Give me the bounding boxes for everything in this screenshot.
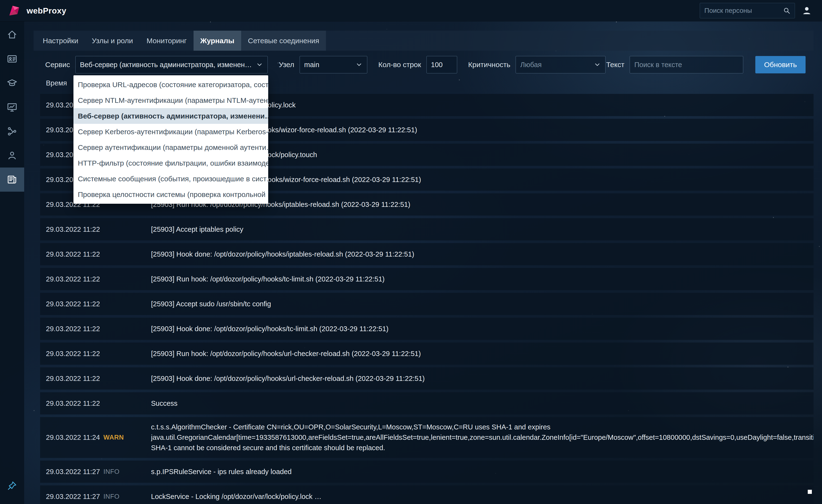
service-dropdown-item[interactable]: Системные сообщения (события, произошедш… — [73, 171, 268, 187]
person-search[interactable] — [700, 3, 795, 18]
sidebar-item-home[interactable] — [0, 23, 24, 47]
row-time: 29.03.2022 11:22 — [40, 350, 103, 358]
tab-network-connections[interactable]: Сетевые соединения — [241, 31, 326, 51]
node-select-value: main — [304, 61, 319, 69]
sidebar-item-analysis[interactable] — [0, 119, 24, 143]
row-time: 29.03.2022 11:22 — [40, 399, 103, 407]
row-time: 29.03.2022 11:22 — [40, 300, 103, 308]
row-time: 29.03.2022 11:22 — [40, 375, 103, 383]
row-message: [25903] Accept sudo /usr/sbin/tc config — [151, 300, 814, 308]
table-row: 29.03.2022 11:22 [25903] Hook done: /opt… — [40, 318, 814, 340]
service-dropdown-item[interactable]: Сервер аутентификации (параметры доменно… — [73, 140, 268, 155]
row-message: c.t.s.s.AlgorithmChecker - Certificate C… — [151, 422, 814, 453]
row-message: Success — [151, 399, 814, 407]
service-dropdown: Проверка URL-адресов (состояние категори… — [73, 75, 268, 204]
row-time: 29.03.2022 11:22 — [40, 225, 103, 233]
table-row: 29.03.2022 11:22 [25903] Run hook: /opt/… — [40, 268, 814, 290]
row-severity: INFO — [103, 493, 151, 500]
row-severity: WARN — [103, 434, 151, 441]
table-row: 29.03.2022 11:27 INFO s.p.IPSRuleService… — [40, 461, 814, 483]
home-icon — [7, 29, 18, 40]
node-select[interactable]: main — [300, 56, 367, 73]
row-time: 29.03.2022 11:22 — [40, 325, 103, 333]
row-time: 29.03.2022 11:22 — [40, 275, 103, 283]
tab-nodes-roles[interactable]: Узлы и роли — [85, 31, 140, 51]
severity-select-value: Любая — [520, 61, 542, 69]
contacts-card-icon — [7, 53, 18, 64]
sidebar-item-persons[interactable] — [0, 143, 24, 168]
service-select[interactable]: Веб-сервер (активность администратора, и… — [75, 56, 268, 73]
user-icon — [801, 5, 812, 16]
sidebar-item-contacts[interactable] — [0, 47, 24, 71]
person-icon — [7, 150, 18, 161]
node-label: Узел — [279, 61, 294, 69]
lines-input[interactable] — [426, 56, 457, 73]
sidebar-item-dashboard[interactable] — [0, 95, 24, 119]
sidebar-pin-button[interactable] — [0, 474, 24, 498]
person-search-input[interactable] — [704, 7, 783, 15]
table-row: 29.03.2022 11:22 [25903] Run hook: /opt/… — [40, 343, 814, 365]
user-menu-button[interactable] — [799, 3, 815, 19]
tab-journals[interactable]: Журналы — [193, 31, 241, 51]
service-dropdown-item[interactable]: Сервер NTLM-аутентификации (параметры NT… — [73, 92, 268, 108]
row-message: [25903] Accept iptables policy — [151, 225, 814, 233]
journal-icon — [7, 174, 18, 185]
severity-label: Критичность — [468, 61, 510, 69]
row-message: [25903] Hook done: /opt/dozor/policy/hoo… — [151, 325, 814, 333]
chevron-down-icon — [355, 61, 363, 68]
app: webProxy — [0, 0, 822, 504]
dashboard-chart-icon — [7, 102, 18, 113]
table-row: 29.03.2022 11:24 WARN c.t.s.s.AlgorithmC… — [40, 417, 814, 458]
sidebar-item-education[interactable] — [0, 71, 24, 95]
refresh-button[interactable]: Обновить — [755, 56, 806, 73]
filters-bar: Сервис Веб-сервер (активность администра… — [45, 56, 806, 73]
severity-select[interactable]: Любая — [516, 56, 605, 73]
app-title: webProxy — [27, 6, 66, 15]
service-dropdown-item[interactable]: HTTP-фильтр (состояние фильтрации, ошибк… — [73, 155, 268, 171]
service-select-value: Веб-сервер (активность администратора, и… — [80, 61, 253, 69]
sidebar — [0, 21, 24, 504]
service-dropdown-item[interactable]: Проверка URL-адресов (состояние категори… — [73, 77, 268, 92]
analysis-icon — [7, 126, 18, 137]
topbar: webProxy — [0, 0, 822, 21]
pin-icon — [7, 480, 17, 491]
row-time: 29.03.2022 11:22 — [40, 250, 103, 258]
table-row: 29.03.2022 11:22 [25903] Hook done: /opt… — [40, 243, 814, 265]
text-label: Текст — [606, 61, 625, 69]
table-row: 29.03.2022 11:22 [25903] Hook done: /opt… — [40, 367, 814, 390]
service-dropdown-item[interactable]: Проверка целостности системы (проверка к… — [73, 187, 268, 202]
search-icon[interactable] — [783, 7, 791, 15]
row-message: [25903] Run hook: /opt/dozor/policy/hook… — [151, 350, 814, 358]
service-label: Сервис — [45, 61, 70, 69]
sidebar-item-journals[interactable] — [0, 168, 24, 192]
tab-settings[interactable]: Настройки — [36, 31, 85, 51]
text-search-input[interactable] — [630, 56, 743, 73]
table-row: 29.03.2022 11:22 [25903] Accept iptables… — [40, 218, 814, 240]
chevron-down-icon — [594, 61, 601, 68]
table-row: 29.03.2022 11:22 Success — [40, 392, 814, 414]
row-message: s.p.IPSRuleService - ips rules already l… — [151, 468, 814, 476]
tabs: Настройки Узлы и роли Мониторинг Журналы… — [34, 31, 814, 51]
text-filter-group: Текст — [606, 56, 744, 73]
row-severity: INFO — [103, 468, 151, 476]
app-logo-icon — [7, 4, 21, 18]
row-time: 29.03.2022 11:24 — [40, 434, 103, 441]
service-dropdown-item[interactable]: Веб-сервер (активность администратора, и… — [73, 108, 268, 124]
row-message: [25903] Run hook: /opt/dozor/policy/hook… — [151, 275, 814, 283]
table-row: 29.03.2022 11:22 [25903] Accept sudo /us… — [40, 293, 814, 315]
row-message: [25903] Hook done: /opt/dozor/policy/hoo… — [151, 375, 814, 383]
chevron-down-icon — [256, 61, 263, 68]
tab-monitoring[interactable]: Мониторинг — [140, 31, 193, 51]
education-cap-icon — [7, 77, 18, 89]
table-row: 29.03.2022 11:27 INFO LockService - Lock… — [40, 485, 814, 504]
row-time: 29.03.2022 11:27 — [40, 468, 103, 476]
row-message: [25903] Hook done: /opt/dozor/policy/hoo… — [151, 250, 814, 258]
scroll-corner[interactable] — [808, 490, 812, 494]
lines-label: Кол-во строк — [378, 61, 421, 69]
row-time: 29.03.2022 11:27 — [40, 493, 103, 501]
service-dropdown-item[interactable]: Сервер Kerberos-аутентификации (параметр… — [73, 124, 268, 140]
row-message: LockService - Locking /opt/dozor/var/loc… — [151, 493, 814, 501]
